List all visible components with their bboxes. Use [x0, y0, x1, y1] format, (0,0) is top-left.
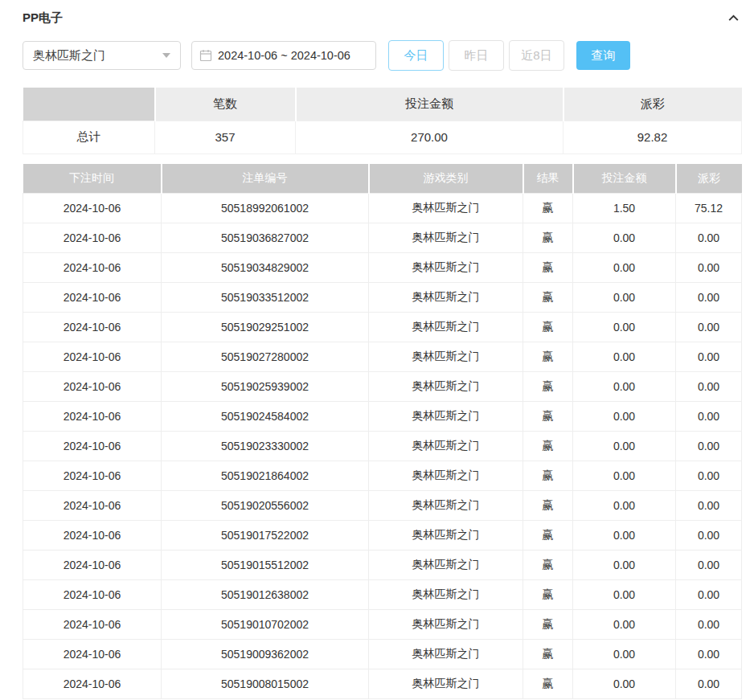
cell-bet-amount: 0.00 [573, 253, 676, 283]
cell-game-type: 奥林匹斯之门 [369, 610, 523, 640]
table-row: 2024-10-0650519021864002奥林匹斯之门赢0.000.00 [23, 461, 742, 491]
cell-bet-amount: 0.00 [573, 313, 676, 342]
cell-bet-time: 2024-10-06 [23, 640, 162, 669]
col-header-game-type: 游戏类别 [369, 164, 523, 194]
cell-payout: 0.00 [676, 610, 742, 640]
records-table: 下注时间注单编号游戏类别结果投注金额派彩 2024-10-06505189920… [23, 164, 742, 700]
cell-payout: 0.00 [676, 313, 742, 342]
cell-bet-time: 2024-10-06 [23, 669, 162, 699]
cell-payout: 0.00 [676, 669, 742, 699]
chevron-up-icon[interactable] [725, 10, 741, 26]
cell-bet-amount: 0.00 [573, 491, 676, 521]
cell-bet-time: 2024-10-06 [23, 372, 162, 402]
cell-payout: 0.00 [676, 580, 742, 610]
cell-bet-time: 2024-10-06 [23, 610, 162, 640]
cell-bet-time: 2024-10-06 [23, 194, 162, 223]
cell-bet-amount: 0.00 [573, 640, 676, 669]
cell-bet-amount: 0.00 [573, 461, 676, 491]
table-row: 2024-10-0650518992061002奥林匹斯之门赢1.5075.12 [23, 194, 742, 223]
cell-payout: 0.00 [676, 342, 742, 372]
filter-bar: 奥林匹斯之门 2024-10-06 ~ 2024-10-06 今日 昨日 近8日… [23, 40, 741, 71]
cell-bet-time: 2024-10-06 [23, 283, 162, 313]
cell-order-id: 50519015512002 [162, 551, 369, 580]
cell-result: 赢 [523, 521, 573, 551]
cell-bet-time: 2024-10-06 [23, 313, 162, 342]
panel-header: PP电子 [23, 6, 741, 29]
cell-game-type: 奥林匹斯之门 [369, 402, 523, 432]
cell-bet-amount: 0.00 [573, 342, 676, 372]
summary-table: 笔数 投注金额 派彩 总计 357 270.00 92.82 [23, 88, 742, 154]
summary-header-count: 笔数 [155, 88, 296, 121]
cell-bet-time: 2024-10-06 [23, 253, 162, 283]
cell-result: 赢 [523, 283, 573, 313]
cell-payout: 0.00 [676, 223, 742, 253]
cell-order-id: 50519017522002 [162, 521, 369, 551]
cell-order-id: 50519036827002 [162, 223, 369, 253]
quick-button-last8days[interactable]: 近8日 [509, 40, 564, 71]
quick-button-yesterday[interactable]: 昨日 [449, 40, 504, 71]
table-row: 2024-10-0650519024584002奥林匹斯之门赢0.000.00 [23, 402, 742, 432]
col-header-order-id: 注单编号 [162, 164, 369, 194]
cell-order-id: 50518992061002 [162, 194, 369, 223]
cell-result: 赢 [523, 640, 573, 669]
quick-button-today[interactable]: 今日 [388, 40, 444, 71]
cell-order-id: 50519023330002 [162, 432, 369, 461]
col-header-bet-amount: 投注金额 [573, 164, 676, 194]
cell-bet-amount: 0.00 [573, 402, 676, 432]
cell-bet-time: 2024-10-06 [23, 461, 162, 491]
cell-payout: 0.00 [676, 253, 742, 283]
cell-payout: 0.00 [676, 521, 742, 551]
cell-bet-amount: 0.00 [573, 432, 676, 461]
table-row: 2024-10-0650519015512002奥林匹斯之门赢0.000.00 [23, 551, 742, 580]
calendar-icon [199, 49, 212, 62]
cell-result: 赢 [523, 610, 573, 640]
pp-electronic-panel: PP电子 奥林匹斯之门 2024-10-06 ~ 2024-10-06 今日 昨… [0, 0, 750, 699]
cell-result: 赢 [523, 461, 573, 491]
cell-bet-time: 2024-10-06 [23, 223, 162, 253]
game-select-value: 奥林匹斯之门 [33, 48, 105, 63]
col-header-payout: 派彩 [676, 164, 742, 194]
cell-result: 赢 [523, 223, 573, 253]
cell-result: 赢 [523, 372, 573, 402]
cell-order-id: 50519033512002 [162, 283, 369, 313]
page-title: PP电子 [23, 10, 63, 26]
cell-bet-amount: 0.00 [573, 669, 676, 699]
table-row: 2024-10-0650519020556002奥林匹斯之门赢0.000.00 [23, 491, 742, 521]
summary-header-row: 笔数 投注金额 派彩 [23, 88, 742, 121]
records-header-row: 下注时间注单编号游戏类别结果投注金额派彩 [23, 164, 742, 194]
cell-order-id: 50519027280002 [162, 342, 369, 372]
cell-order-id: 50519012638002 [162, 580, 369, 610]
summary-total-bet-amount: 270.00 [296, 121, 564, 154]
cell-game-type: 奥林匹斯之门 [369, 461, 523, 491]
cell-game-type: 奥林匹斯之门 [369, 253, 523, 283]
table-row: 2024-10-0650519029251002奥林匹斯之门赢0.000.00 [23, 313, 742, 342]
game-select[interactable]: 奥林匹斯之门 [23, 41, 181, 70]
cell-bet-amount: 0.00 [573, 580, 676, 610]
cell-result: 赢 [523, 432, 573, 461]
cell-bet-time: 2024-10-06 [23, 491, 162, 521]
summary-total-count: 357 [155, 121, 296, 154]
query-button[interactable]: 查询 [576, 41, 630, 70]
cell-bet-amount: 1.50 [573, 194, 676, 223]
cell-game-type: 奥林匹斯之门 [369, 194, 523, 223]
table-row: 2024-10-0650519008015002奥林匹斯之门赢0.000.00 [23, 669, 742, 699]
summary-total-label: 总计 [23, 121, 155, 154]
cell-game-type: 奥林匹斯之门 [369, 551, 523, 580]
cell-game-type: 奥林匹斯之门 [369, 491, 523, 521]
records-body: 2024-10-0650518992061002奥林匹斯之门赢1.5075.12… [23, 194, 742, 699]
cell-bet-time: 2024-10-06 [23, 342, 162, 372]
cell-bet-time: 2024-10-06 [23, 551, 162, 580]
summary-header-bet-amount: 投注金额 [296, 88, 564, 121]
summary-header-payout: 派彩 [564, 88, 742, 121]
cell-game-type: 奥林匹斯之门 [369, 223, 523, 253]
table-row: 2024-10-0650519017522002奥林匹斯之门赢0.000.00 [23, 521, 742, 551]
cell-order-id: 50519008015002 [162, 669, 369, 699]
cell-order-id: 50519021864002 [162, 461, 369, 491]
date-range-input[interactable]: 2024-10-06 ~ 2024-10-06 [191, 41, 376, 70]
col-header-bet-time: 下注时间 [23, 164, 162, 194]
cell-order-id: 50519009362002 [162, 640, 369, 669]
cell-order-id: 50519020556002 [162, 491, 369, 521]
cell-bet-time: 2024-10-06 [23, 580, 162, 610]
cell-payout: 0.00 [676, 491, 742, 521]
table-row: 2024-10-0650519033512002奥林匹斯之门赢0.000.00 [23, 283, 742, 313]
